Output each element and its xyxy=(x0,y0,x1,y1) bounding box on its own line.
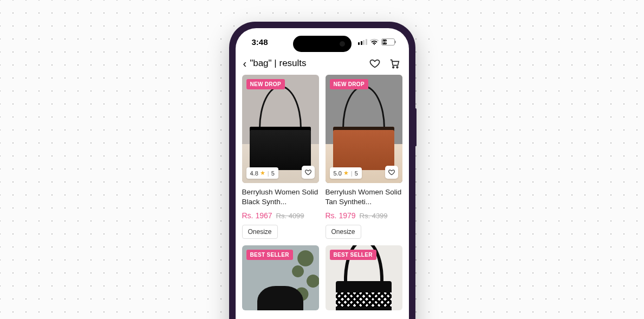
star-icon: ★ xyxy=(260,170,265,177)
status-right: 39 xyxy=(358,38,395,45)
heart-outline-icon xyxy=(388,168,395,176)
rating-pill: 5.0 ★ | 5 xyxy=(330,167,362,179)
product-badge: BEST SELLER xyxy=(246,250,293,260)
notch xyxy=(293,36,352,52)
page-title: "bag" | results xyxy=(250,58,306,69)
product-badge: NEW DROP xyxy=(246,79,285,89)
phone-frame: 3:48 39 ‹ "bag" | results xyxy=(229,22,415,319)
heart-outline-icon xyxy=(304,168,312,176)
product-card[interactable]: BEST SELLER xyxy=(326,245,402,310)
star-icon: ★ xyxy=(343,170,349,177)
price-original: Rs. 4099 xyxy=(276,212,304,220)
svg-point-2 xyxy=(396,67,398,68)
wishlist-toggle[interactable] xyxy=(302,166,315,179)
cellular-signal-icon xyxy=(358,39,367,45)
product-title: Berrylush Women Solid Black Synth... xyxy=(242,187,319,207)
wifi-icon xyxy=(370,38,379,45)
product-badge: BEST SELLER xyxy=(330,250,376,260)
heart-icon xyxy=(369,57,381,69)
rating-count: 5 xyxy=(355,170,358,177)
back-chevron-icon[interactable]: ‹ xyxy=(243,58,247,69)
product-image[interactable]: BEST SELLER xyxy=(326,245,402,310)
product-card[interactable]: NEW DROP 4.8 ★ | 5 Berrylush Women Solid… xyxy=(242,75,319,239)
svg-point-1 xyxy=(392,67,394,68)
search-results-header: ‹ "bag" | results xyxy=(236,55,409,75)
price-original: Rs. 4399 xyxy=(360,212,388,220)
svg-point-0 xyxy=(374,44,375,45)
product-image[interactable]: NEW DROP 5.0 ★ | 5 xyxy=(326,75,402,183)
product-card[interactable]: BEST SELLER xyxy=(242,245,319,310)
phone-screen: 3:48 39 ‹ "bag" | results xyxy=(236,28,409,319)
product-image[interactable]: BEST SELLER xyxy=(242,245,319,310)
battery-icon: 39 xyxy=(381,38,395,45)
price-row: Rs. 1979 Rs. 4399 xyxy=(326,211,402,220)
size-chip[interactable]: Onesize xyxy=(242,225,278,239)
cart-icon xyxy=(388,57,400,69)
product-image[interactable]: NEW DROP 4.8 ★ | 5 xyxy=(242,75,319,183)
price-current: Rs. 1979 xyxy=(326,211,356,220)
price-row: Rs. 1967 Rs. 4099 xyxy=(242,211,319,220)
product-card[interactable]: NEW DROP 5.0 ★ | 5 Berrylush Women Solid… xyxy=(326,75,402,239)
rating-value: 4.8 xyxy=(250,170,258,177)
wishlist-toggle[interactable] xyxy=(385,166,398,179)
product-grid[interactable]: NEW DROP 4.8 ★ | 5 Berrylush Women Solid… xyxy=(236,75,409,310)
nav-right xyxy=(369,57,400,69)
rating-pill: 4.8 ★ | 5 xyxy=(246,167,278,179)
size-chip[interactable]: Onesize xyxy=(326,225,361,239)
rating-count: 5 xyxy=(271,170,275,177)
product-badge: NEW DROP xyxy=(330,79,368,89)
status-time: 3:48 xyxy=(252,37,268,47)
nav-left: ‹ "bag" | results xyxy=(243,58,307,69)
cart-button[interactable] xyxy=(388,57,400,69)
product-title: Berrylush Women Solid Tan Syntheti... xyxy=(326,187,402,207)
wishlist-button[interactable] xyxy=(369,57,381,69)
price-current: Rs. 1967 xyxy=(242,211,272,220)
rating-value: 5.0 xyxy=(334,170,342,177)
battery-level: 39 xyxy=(382,40,387,44)
